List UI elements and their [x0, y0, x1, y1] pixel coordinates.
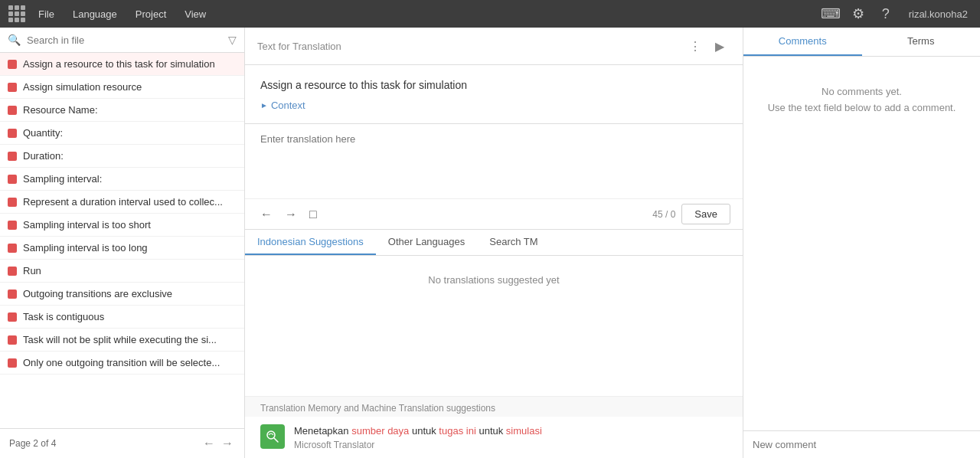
highlight-ini: ini [466, 425, 476, 437]
sidebar-item[interactable]: Assign a resource to this task for simul… [0, 53, 244, 76]
tab-comments[interactable]: Comments [743, 28, 862, 56]
sidebar-item-text: Sampling interval is too short [23, 219, 151, 231]
right-panel: Comments Terms No comments yet. Use the … [743, 28, 980, 458]
comments-content: No comments yet. Use the text field belo… [743, 57, 980, 430]
sidebar-item[interactable]: Represent a duration interval used to co… [0, 191, 244, 214]
status-dot [8, 244, 17, 253]
sidebar-item[interactable]: Only one outgoing transition will be sel… [0, 352, 244, 375]
sidebar-item[interactable]: Quantity: [0, 122, 244, 145]
sidebar-item[interactable]: Duration: [0, 145, 244, 168]
help-icon[interactable]: ? [875, 3, 897, 25]
menu-project[interactable]: Project [128, 5, 174, 23]
sidebar-item-text: Task will not be split while executing t… [23, 334, 217, 345]
search-icon: 🔍 [8, 34, 21, 46]
search-bar: 🔍 ▽ [0, 28, 244, 53]
highlight-simulasi: simulasi [506, 425, 542, 437]
copy-source-button[interactable]: □ [306, 204, 320, 224]
no-comments-message: No comments yet. Use the text field belo… [756, 84, 968, 116]
menu-file[interactable]: File [31, 5, 62, 23]
context-link[interactable]: ► Context [260, 100, 305, 111]
translation-textarea[interactable] [260, 133, 727, 187]
save-button[interactable]: Save [681, 204, 730, 224]
menu-view[interactable]: View [177, 5, 214, 23]
sidebar-item[interactable]: Resource Name: [0, 99, 244, 122]
menu-language[interactable]: Language [65, 5, 125, 23]
status-dot [8, 106, 17, 115]
sidebar-item-text: Duration: [23, 150, 64, 162]
status-dot [8, 358, 17, 368]
no-translations-message: No translations suggested yet [260, 265, 727, 295]
settings-icon[interactable]: ⚙ [848, 3, 869, 25]
sidebar-item[interactable]: Assign simulation resource [0, 76, 244, 99]
tab-terms[interactable]: Terms [862, 28, 981, 56]
tab-search-tm[interactable]: Search TM [477, 230, 550, 255]
char-count: 45 / 0 [652, 209, 675, 220]
sidebar-item[interactable]: Task will not be split while executing t… [0, 329, 244, 352]
suggestions-tabs: Indonesian Suggestions Other Languages S… [245, 230, 743, 256]
text-for-translation-label: Text for Translation [257, 41, 678, 52]
user-label: rizal.konoha2 [903, 8, 974, 20]
next-page-button[interactable]: → [220, 435, 235, 452]
no-comments-line1: No comments yet. [756, 84, 968, 100]
keyboard-icon[interactable]: ⌨ [820, 3, 841, 25]
source-text: Assign a resource to this task for simul… [260, 77, 727, 93]
search-input[interactable] [27, 34, 222, 46]
translation-toolbar: ← → □ 45 / 0 Save [245, 198, 743, 230]
sidebar: 🔍 ▽ Assign a resource to this task for s… [0, 28, 245, 458]
sidebar-item-text: Only one outgoing transition will be sel… [23, 357, 220, 368]
center-header: Text for Translation ⋮ ▶ [245, 28, 743, 65]
status-dot [8, 221, 17, 230]
status-dot [8, 312, 17, 322]
status-dot [8, 267, 17, 276]
tab-other-languages[interactable]: Other Languages [376, 230, 477, 255]
status-dot [8, 175, 17, 184]
sidebar-item[interactable]: Sampling interval is too long [0, 237, 244, 260]
highlight-tugas: tugas [439, 425, 463, 437]
sidebar-list: Assign a resource to this task for simul… [0, 53, 244, 428]
sidebar-item[interactable]: Sampling interval: [0, 168, 244, 191]
status-dot [8, 83, 17, 92]
prev-page-button[interactable]: ← [201, 435, 217, 452]
sidebar-item-text: Sampling interval is too long [23, 242, 148, 254]
sidebar-item-text: Quantity: [23, 127, 63, 139]
page-navigation: ← → [201, 435, 235, 452]
sidebar-footer: Page 2 of 4 ← → [0, 428, 244, 458]
status-dot [8, 198, 17, 207]
sidebar-item-text: Task is contiguous [23, 311, 104, 322]
sidebar-item[interactable]: Task is contiguous [0, 306, 244, 329]
highlight-sumber: sumber daya [351, 425, 409, 437]
right-tabs: Comments Terms [743, 28, 980, 57]
sidebar-item-text: Sampling interval: [23, 173, 102, 185]
more-options-button[interactable]: ⋮ [684, 35, 706, 57]
tm-suggestion-item[interactable]: Menetapkan sumber daya untuk tugas ini u… [245, 417, 743, 458]
prev-string-button[interactable]: ← [257, 204, 276, 224]
context-arrow-icon: ► [260, 101, 268, 110]
page-label: Page 2 of 4 [9, 438, 56, 449]
sidebar-item[interactable]: Run [0, 260, 244, 283]
no-comments-line2: Use the text field below to add a commen… [756, 100, 968, 116]
header-actions: ⋮ ▶ [684, 35, 730, 57]
sidebar-item-text: Assign a resource to this task for simul… [23, 58, 215, 70]
sidebar-item[interactable]: Sampling interval is too short [0, 214, 244, 237]
apps-button[interactable] [6, 3, 28, 25]
sidebar-item-text: Outgoing transitions are exclusive [23, 288, 172, 299]
tm-section-label: Translation Memory and Machine Translati… [245, 396, 743, 417]
sidebar-item-text: Represent a duration interval used to co… [23, 196, 223, 208]
right-footer [743, 430, 980, 458]
sidebar-item-text: Run [23, 265, 41, 276]
new-comment-input[interactable] [753, 439, 971, 450]
suggestions-content: No translations suggested yet [245, 256, 743, 396]
status-dot [8, 129, 17, 138]
filter-icon[interactable]: ▽ [228, 34, 237, 46]
sidebar-item-text: Resource Name: [23, 104, 98, 116]
status-dot [8, 290, 17, 299]
next-string-button[interactable]: → [282, 204, 300, 224]
apps-grid-icon [8, 5, 25, 22]
tab-indonesian-suggestions[interactable]: Indonesian Suggestions [245, 230, 376, 255]
menubar-icons: ⌨ ⚙ ? rizal.konoha2 [820, 3, 974, 25]
expand-panel-button[interactable]: ▶ [709, 35, 730, 57]
source-text-area: Assign a resource to this task for simul… [245, 65, 743, 124]
sidebar-item[interactable]: Outgoing transitions are exclusive [0, 283, 244, 306]
status-dot [8, 60, 17, 69]
main-layout: 🔍 ▽ Assign a resource to this task for s… [0, 28, 980, 458]
